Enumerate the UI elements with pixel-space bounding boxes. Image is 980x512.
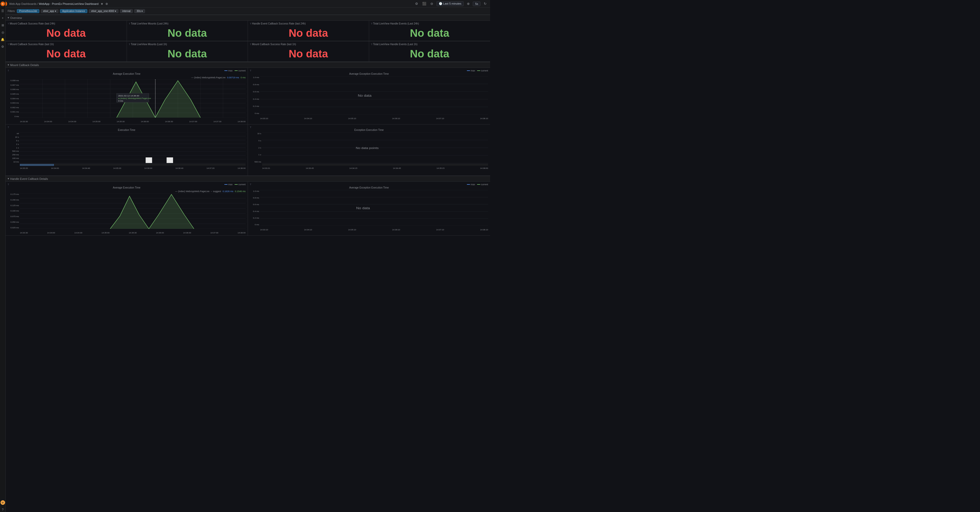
handle-legend-current: current — [235, 183, 246, 186]
exec-time-svg: 2021-02-12 14:36:30 ● (index) WebAppWeb.… — [20, 79, 246, 117]
handle-charts-row-1: T max current Average Execution Time — [6, 182, 490, 236]
stat-panel-handle-event-24h: T Handle Event Callback Success Rate (la… — [248, 21, 369, 41]
refresh-button[interactable]: ↻ — [482, 1, 488, 7]
legend-current: current — [235, 70, 246, 72]
brush-handle[interactable] — [20, 164, 54, 166]
panel-title-4: T Total LiveView Handle Events (Last 24h… — [371, 22, 488, 25]
refresh-interval-button[interactable]: 5s — [473, 2, 480, 6]
legend-max: max — [224, 70, 232, 72]
share-icon[interactable]: ⊕ — [105, 2, 108, 6]
chart-area-handle-exception: 1.0 ms 0.8 ms 0.6 ms 0.4 ms 0.2 ms 0 ms — [250, 190, 488, 231]
stat-panel-total-mounts-24h: T Total LiveView Mounts (Last 24h) No da… — [127, 21, 248, 41]
no-data-value-8: No data — [371, 48, 488, 60]
sidebar-item-explore[interactable]: ◎ — [0, 30, 5, 35]
grafana-logo-icon[interactable]: G — [0, 2, 5, 6]
scrollable-content: ▾ Overview T Mount Callback Success Rate… — [6, 15, 490, 256]
time-range-button[interactable]: 🕐 Last 5 minutes — [436, 1, 464, 6]
no-data-value-5: No data — [8, 48, 124, 60]
handle-exec-svg — [20, 193, 246, 229]
avg-exec-time-chart: T max current Average Execution Time — [6, 68, 248, 124]
panel-title-1: T Mount Callback Success Rate (last 24h) — [8, 22, 124, 25]
handle-series-label: — (index) WebAppWeb.PageLive → suggest — [175, 190, 221, 193]
x-axis-exec: 14:33:20 14:34:00 14:34:40 14:35:20 14:3… — [20, 167, 246, 170]
tv-mode-button[interactable]: ⬛ — [421, 1, 427, 7]
panel-title-3: T Handle Event Callback Success Rate (la… — [250, 22, 367, 25]
mount-callback-section-header[interactable]: ▾ Mount Callback Details — [6, 62, 490, 68]
top-bar: Web App Dashboards / WebApp · PromEx Pho… — [0, 0, 490, 8]
panel-title-8: T Total LiveView Handle Events (Last 1h) — [371, 43, 488, 46]
filter-label: Filters: — [8, 10, 15, 13]
handle-event-section-header[interactable]: ▾ Handle Event Callback Details — [6, 176, 490, 182]
filter-elixir-app[interactable]: elixir_app ▾ — [41, 9, 59, 13]
chart-area-avg-exec: 0.008 ms 0.007 ms 0.006 ms 0.005 ms 0.00… — [8, 79, 246, 123]
exception-legend-current: current — [477, 70, 488, 72]
panel-title-2: T Total LiveView Mounts (Last 24h) — [129, 22, 246, 25]
collapse-arrow-icon: ▾ — [8, 16, 9, 19]
overview-section-header[interactable]: ▾ Overview — [6, 15, 490, 21]
legend-color-green3 — [235, 184, 238, 185]
execution-time-chart: T Execution Time inf 10 s 5 s 2 s 1 s 50… — [6, 125, 248, 176]
settings-button[interactable]: ⚙ — [414, 1, 420, 7]
brush-bar[interactable] — [20, 164, 246, 166]
exception-bars-svg: No data points — [262, 132, 488, 163]
sidebar-item-menu[interactable]: ☰ — [0, 9, 5, 13]
svg-rect-41 — [167, 157, 173, 163]
sidebar-item-settings[interactable]: ⚙ — [0, 44, 5, 49]
filter-prometheus-job[interactable]: PrometheusJob — [17, 9, 39, 13]
chart-area-avg-exception: 1.0 ms 0.8 ms 0.6 ms 0.4 ms 0.2 ms 0 ms — [250, 76, 488, 120]
exception-brush-bar[interactable] — [262, 164, 488, 166]
handle-avg-exception-chart: T max current Average Exception Executio… — [248, 182, 490, 235]
filter-elixir-app-value[interactable]: elixir_app_one:4000 ▾ — [89, 9, 118, 13]
legend-color-green — [235, 70, 238, 71]
zoom-in-button[interactable]: ⊕ — [465, 1, 471, 7]
handle-exception-legend-current: current — [477, 183, 488, 186]
exception-chart-legend: max current — [467, 70, 488, 72]
chart-area-exec: inf 10 s 5 s 2 s 1 s 500 ms 250 ms 100 m… — [8, 132, 246, 170]
sidebar-item-alerting[interactable]: 🔔 — [0, 37, 5, 42]
chart-legend: max current — [224, 70, 246, 72]
handle-collapse-arrow-icon: ▾ — [8, 177, 9, 181]
mount-charts-row-1: T max current Average Execution Time — [6, 68, 490, 125]
sidebar-item-dashboards[interactable]: ⊞ — [0, 23, 5, 27]
stat-panel-mount-callback-24h: T Mount Callback Success Rate (last 24h)… — [6, 21, 127, 41]
mount-collapse-arrow-icon: ▾ — [8, 63, 9, 67]
no-data-value-6: No data — [129, 48, 246, 60]
legend-color-green2 — [477, 70, 480, 71]
no-data-value-2: No data — [129, 27, 246, 39]
stat-panel-total-handle-events-24h: T Total LiveView Handle Events (Last 24h… — [369, 21, 490, 41]
handle-current-value: 0.1546 ms — [235, 190, 246, 193]
sidebar-item-add[interactable]: + — [0, 16, 5, 21]
svg-text:No data: No data — [358, 94, 372, 97]
zoom-out-button[interactable]: ⊖ — [429, 1, 435, 7]
filter-interval-value[interactable]: 30s ▾ — [134, 9, 145, 13]
star-icon[interactable]: ★ — [100, 2, 103, 6]
handle-exception-legend: max current — [467, 183, 488, 186]
legend-color-green4 — [477, 184, 480, 185]
exec-time-title: Execution Time — [8, 128, 246, 132]
y-axis-exception-exec: 10 s 5 s 2 s 1 s 500 ms — [250, 132, 262, 163]
exec-bars-svg — [20, 132, 246, 163]
exception-execution-time-chart: T Exception Execution Time 10 s 5 s 2 s … — [248, 125, 490, 176]
series-label: — (index) WebAppWeb.PageLive — [191, 76, 226, 79]
main-content: Filters: PrometheusJob elixir_app ▾ Appl… — [6, 8, 490, 256]
mount-section-title: Mount Callback Details — [10, 63, 39, 67]
panel-title-7: T Mount Callback Success Rate (last 1h) — [250, 43, 367, 46]
filter-bar: Filters: PrometheusJob elixir_app ▾ Appl… — [6, 8, 490, 15]
svg-rect-40 — [146, 157, 152, 163]
handle-exception-y-axis: 1.0 ms 0.8 ms 0.6 ms 0.4 ms 0.2 ms 0 ms — [250, 190, 260, 226]
exception-legend-max: max — [467, 70, 475, 72]
legend-color-blue — [224, 70, 228, 71]
filter-app-instance[interactable]: Application Instance — [60, 9, 88, 13]
sidebar: G ☰ + ⊞ ◎ 🔔 ⚙ U ? — [0, 0, 6, 256]
stat-panel-total-mounts-1h: T Total LiveView Mounts (Last 1h) No dat… — [127, 41, 248, 62]
svg-text:No data: No data — [356, 207, 370, 210]
handle-avg-exception-title: Average Exception Execution Time — [250, 186, 488, 189]
chart-area-handle-exec: 0.175 ms 0.150 ms 0.125 ms 0.100 ms 0.07… — [8, 193, 246, 234]
clock-icon: 🕐 — [439, 2, 442, 5]
exception-svg: No data — [260, 76, 488, 114]
handle-exception-x-axis: 14:33:10 14:34:10 14:35:10 14:36:10 14:3… — [260, 228, 488, 231]
stats-row-1: T Mount Callback Success Rate (last 24h)… — [6, 21, 490, 41]
handle-exception-svg: No data — [260, 190, 488, 226]
panel-title-6: T Total LiveView Mounts (Last 1h) — [129, 43, 246, 46]
filter-interval[interactable]: interval — [120, 9, 133, 13]
